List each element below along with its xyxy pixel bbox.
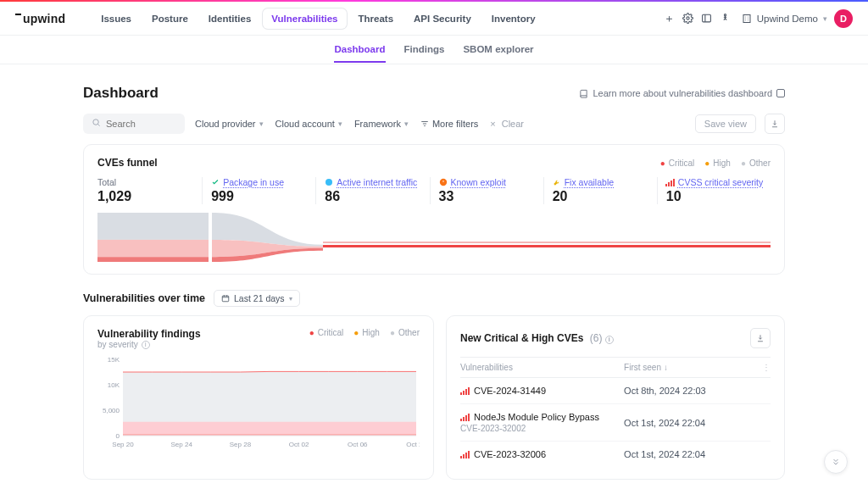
svg-rect-1 xyxy=(703,14,711,22)
alert-icon xyxy=(439,178,448,186)
new-cves-card: New Critical & High CVEs (6) i Vulnerabi… xyxy=(446,315,785,480)
filter-framework[interactable]: Framework▾ xyxy=(353,115,410,132)
subnav-findings[interactable]: Findings xyxy=(404,37,445,63)
svg-rect-10 xyxy=(222,296,229,302)
new-cves-title: New Critical & High CVEs xyxy=(460,332,583,344)
table-row[interactable]: CVE-2024-31449Oct 8th, 2024 22:03 xyxy=(460,378,771,404)
nav-item-inventory[interactable]: Inventory xyxy=(483,8,544,29)
avatar[interactable]: D xyxy=(834,9,853,28)
top-nav: upwind IssuesPostureIdentitiesVulnerabil… xyxy=(0,2,868,36)
subnav-dashboard[interactable]: Dashboard xyxy=(334,37,385,63)
area-subtitle: by severity xyxy=(97,340,138,349)
svg-text:Oct 06: Oct 06 xyxy=(348,441,368,448)
nav-item-vulnerabilities[interactable]: Vulnerabilities xyxy=(263,8,346,29)
svg-text:10K: 10K xyxy=(108,381,120,389)
chevron-down-icon: ▾ xyxy=(823,14,827,23)
chevron-down-icon: ▾ xyxy=(289,295,292,303)
org-picker[interactable]: Upwind Demo ▾ xyxy=(742,14,827,24)
more-filters-button[interactable]: More filters xyxy=(419,115,480,132)
svg-text:Oct 02: Oct 02 xyxy=(289,441,309,448)
svg-rect-7 xyxy=(97,213,209,240)
info-icon[interactable]: i xyxy=(605,336,614,344)
svg-text:Oct 10: Oct 10 xyxy=(406,441,420,448)
cve-funnel-card: CVEs funnel Critical High Other Total1,0… xyxy=(83,144,785,275)
svg-point-0 xyxy=(687,17,689,19)
save-view-button[interactable]: Save view xyxy=(695,114,756,133)
check-icon xyxy=(211,178,220,186)
download-button[interactable] xyxy=(765,114,785,134)
severity-icon xyxy=(460,451,470,458)
external-icon xyxy=(776,89,785,97)
clear-filters-button[interactable]: Clear xyxy=(488,115,526,132)
chevron-down-icon: ▾ xyxy=(338,119,342,128)
funnel-step-3[interactable]: Known exploit33 xyxy=(430,177,543,204)
add-icon[interactable]: ＋ xyxy=(660,9,679,28)
search-icon xyxy=(92,118,101,130)
filter-bar: Cloud provider▾Cloud account▾Framework▾ … xyxy=(83,114,785,134)
main-nav-list: IssuesPostureIdentitiesVulnerabilitiesTh… xyxy=(92,8,543,29)
svg-rect-9 xyxy=(97,257,209,262)
book-icon xyxy=(579,89,588,98)
svg-text:0: 0 xyxy=(116,432,120,440)
area-chart: 05,00010K15KSep 20Sep 24Sep 28Oct 02Oct … xyxy=(97,356,420,449)
svg-text:15K: 15K xyxy=(108,356,120,364)
severity-icon xyxy=(460,414,470,421)
info-icon[interactable]: i xyxy=(142,341,150,349)
wrench-icon xyxy=(553,178,561,186)
gear-icon[interactable] xyxy=(679,9,698,28)
nav-item-threats[interactable]: Threats xyxy=(350,8,403,29)
funnel-title: CVEs funnel xyxy=(97,157,158,169)
panel-icon[interactable] xyxy=(698,9,716,28)
chevron-down-icon: ▾ xyxy=(259,119,264,128)
nav-item-api-security[interactable]: API Security xyxy=(405,8,480,29)
search-input[interactable] xyxy=(106,119,174,129)
svg-point-5 xyxy=(326,179,332,186)
chevron-down-icon: ▾ xyxy=(404,119,409,128)
findings-area-card: Vulnerability findings by severityi Crit… xyxy=(83,315,434,480)
svg-text:Sep 24: Sep 24 xyxy=(171,441,193,448)
activity-icon[interactable] xyxy=(716,9,735,28)
bars-icon xyxy=(666,178,675,186)
nav-item-issues[interactable]: Issues xyxy=(92,8,140,29)
filter-icon xyxy=(420,119,429,128)
brand-logo: upwind xyxy=(15,12,65,25)
download-button[interactable] xyxy=(750,328,771,348)
funnel-chart xyxy=(97,213,323,262)
nav-item-posture[interactable]: Posture xyxy=(143,8,197,29)
area-title: Vulnerability findings xyxy=(97,328,201,340)
download-icon xyxy=(756,334,765,342)
subnav-sbom-explorer[interactable]: SBOM explorer xyxy=(463,37,533,63)
scroll-fab[interactable] xyxy=(824,450,848,474)
funnel-step-5[interactable]: CVSS critical severity10 xyxy=(657,177,771,204)
filter-cloud-account[interactable]: Cloud account▾ xyxy=(274,115,344,132)
funnel-step-1[interactable]: Package in use999 xyxy=(202,177,315,204)
table-row[interactable]: NodeJs Module Policy BypassCVE-2023-3200… xyxy=(460,404,771,442)
sort-icon: ↓ xyxy=(664,363,668,372)
area-legend: Critical High Other xyxy=(309,328,420,337)
funnel-step-2[interactable]: Active internet traffic86 xyxy=(315,177,429,204)
nav-item-identities[interactable]: Identities xyxy=(200,8,259,29)
over-time-title: Vulnerabilities over time xyxy=(83,292,205,304)
download-icon xyxy=(771,119,779,128)
page-title: Dashboard xyxy=(83,85,159,102)
calendar-icon xyxy=(221,294,230,303)
new-cves-count: (6) xyxy=(590,332,603,344)
funnel-step-4[interactable]: Fix available20 xyxy=(543,177,657,204)
svg-text:5,000: 5,000 xyxy=(103,407,120,414)
funnel-legend: Critical High Other xyxy=(660,158,771,168)
sub-nav: DashboardFindingsSBOM explorer xyxy=(0,36,868,64)
funnel-step-0: Total1,029 xyxy=(97,177,202,204)
chevrons-down-icon xyxy=(831,457,841,467)
col-first-seen[interactable]: First seen ↓ xyxy=(624,363,760,372)
filter-cloud-provider[interactable]: Cloud provider▾ xyxy=(193,115,265,132)
time-range-picker[interactable]: Last 21 days ▾ xyxy=(214,290,300,307)
search-input-wrap[interactable] xyxy=(83,114,185,134)
learn-more-link[interactable]: Learn more about vulnerabilities dashboa… xyxy=(579,88,785,98)
dot-icon xyxy=(325,178,333,186)
svg-point-4 xyxy=(93,119,98,125)
col-vulnerabilities[interactable]: Vulnerabilities xyxy=(460,363,624,372)
svg-point-2 xyxy=(725,14,726,16)
building-icon xyxy=(742,14,752,24)
table-row[interactable]: CVE-2023-32006Oct 1st, 2024 22:04 xyxy=(460,442,771,467)
svg-rect-8 xyxy=(97,240,209,257)
